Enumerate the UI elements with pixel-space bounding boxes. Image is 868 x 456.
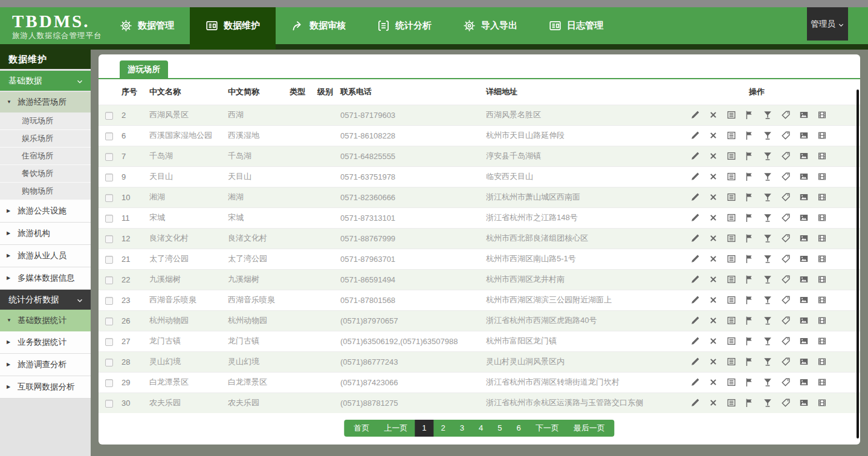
- sidebar-item-旅游机构[interactable]: ▶ 旅游机构: [0, 223, 91, 245]
- edit-icon[interactable]: [690, 172, 700, 181]
- edit-icon[interactable]: [690, 254, 700, 264]
- filter-icon[interactable]: [763, 377, 772, 387]
- detail-icon[interactable]: [727, 192, 736, 202]
- filter-icon[interactable]: [763, 110, 772, 120]
- tag-icon[interactable]: [781, 275, 791, 284]
- tag-icon[interactable]: [781, 131, 791, 140]
- sidebar-item-旅游调查分析[interactable]: ▶ 旅游调查分析: [0, 354, 91, 376]
- delete-icon[interactable]: [708, 151, 718, 161]
- filter-icon[interactable]: [763, 213, 772, 223]
- pagination-item-6[interactable]: 6: [509, 420, 528, 437]
- image-icon[interactable]: [799, 336, 809, 346]
- film-icon[interactable]: [817, 316, 827, 325]
- edit-icon[interactable]: [690, 110, 700, 120]
- image-icon[interactable]: [799, 233, 809, 243]
- film-icon[interactable]: [817, 131, 827, 140]
- detail-icon[interactable]: [727, 398, 736, 408]
- image-icon[interactable]: [799, 131, 809, 140]
- flag-icon[interactable]: [745, 254, 754, 264]
- edit-icon[interactable]: [690, 316, 700, 325]
- edit-icon[interactable]: [690, 357, 700, 366]
- delete-icon[interactable]: [708, 110, 718, 120]
- filter-icon[interactable]: [763, 233, 772, 243]
- film-icon[interactable]: [817, 172, 827, 181]
- sidebar-item-基础数据统计[interactable]: ▼ 基础数据统计: [0, 310, 91, 331]
- flag-icon[interactable]: [745, 233, 754, 243]
- flag-icon[interactable]: [745, 110, 754, 120]
- filter-icon[interactable]: [763, 398, 772, 408]
- nav-item-导入导出[interactable]: 导入导出: [447, 7, 533, 44]
- row-checkbox[interactable]: [105, 276, 113, 284]
- row-checkbox[interactable]: [105, 215, 113, 223]
- sidebar-item-住宿场所[interactable]: 住宿场所: [0, 148, 91, 165]
- image-icon[interactable]: [799, 254, 809, 264]
- row-checkbox[interactable]: [105, 338, 113, 346]
- film-icon[interactable]: [817, 151, 827, 161]
- delete-icon[interactable]: [708, 213, 718, 223]
- image-icon[interactable]: [799, 295, 809, 305]
- sidebar-item-业务数据统计[interactable]: ▶ 业务数据统计: [0, 331, 91, 354]
- tab-active[interactable]: 游玩场所: [120, 60, 168, 78]
- tag-icon[interactable]: [781, 213, 791, 223]
- sidebar-item-娱乐场所[interactable]: 娱乐场所: [0, 130, 91, 148]
- edit-icon[interactable]: [690, 336, 700, 346]
- edit-icon[interactable]: [690, 275, 700, 284]
- pagination-item-3[interactable]: 3: [453, 420, 471, 437]
- image-icon[interactable]: [799, 151, 809, 161]
- sidebar-item-旅游经营场所[interactable]: ▼ 旅游经营场所: [0, 92, 91, 112]
- edit-icon[interactable]: [690, 398, 700, 408]
- flag-icon[interactable]: [745, 295, 754, 305]
- tag-icon[interactable]: [781, 398, 791, 408]
- nav-item-数据维护[interactable]: 数据维护: [190, 7, 276, 50]
- nav-item-日志管理[interactable]: 日志管理: [533, 7, 619, 44]
- film-icon[interactable]: [817, 213, 827, 223]
- row-checkbox[interactable]: [105, 194, 113, 202]
- row-checkbox[interactable]: [105, 318, 113, 325]
- film-icon[interactable]: [817, 275, 827, 284]
- pagination-item-最后一页[interactable]: 最后一页: [566, 420, 615, 437]
- flag-icon[interactable]: [745, 275, 754, 284]
- tag-icon[interactable]: [781, 377, 791, 387]
- image-icon[interactable]: [799, 192, 809, 202]
- delete-icon[interactable]: [708, 357, 718, 366]
- nav-item-数据管理[interactable]: 数据管理: [104, 7, 190, 44]
- detail-icon[interactable]: [727, 377, 736, 387]
- pagination-item-4[interactable]: 4: [471, 420, 490, 437]
- edit-icon[interactable]: [690, 131, 700, 140]
- detail-icon[interactable]: [727, 316, 736, 325]
- tag-icon[interactable]: [781, 110, 791, 120]
- edit-icon[interactable]: [690, 151, 700, 161]
- edit-icon[interactable]: [690, 192, 700, 202]
- delete-icon[interactable]: [708, 254, 718, 264]
- tag-icon[interactable]: [781, 357, 791, 366]
- sidebar-item-基础数据[interactable]: 基础数据: [0, 71, 91, 91]
- sidebar-item-互联网数据分析[interactable]: ▶ 互联网数据分析: [0, 376, 91, 399]
- flag-icon[interactable]: [745, 377, 754, 387]
- detail-icon[interactable]: [727, 336, 736, 346]
- delete-icon[interactable]: [708, 295, 718, 305]
- row-checkbox[interactable]: [105, 256, 113, 264]
- film-icon[interactable]: [817, 398, 827, 408]
- delete-icon[interactable]: [708, 336, 718, 346]
- edit-icon[interactable]: [690, 233, 700, 243]
- pagination-item-下一页[interactable]: 下一页: [528, 420, 566, 437]
- flag-icon[interactable]: [745, 131, 754, 140]
- vertical-scrollbar[interactable]: [857, 90, 859, 438]
- edit-icon[interactable]: [690, 295, 700, 305]
- film-icon[interactable]: [817, 254, 827, 264]
- image-icon[interactable]: [799, 357, 809, 366]
- pagination-item-首页[interactable]: 首页: [344, 420, 377, 437]
- sidebar-item-旅游公共设施[interactable]: ▶ 旅游公共设施: [0, 200, 91, 223]
- filter-icon[interactable]: [763, 275, 772, 284]
- filter-icon[interactable]: [763, 131, 772, 140]
- row-checkbox[interactable]: [105, 174, 113, 181]
- nav-item-统计分析[interactable]: 统计分析: [361, 7, 447, 44]
- image-icon[interactable]: [799, 377, 809, 387]
- row-checkbox[interactable]: [105, 297, 113, 305]
- row-checkbox[interactable]: [105, 359, 113, 366]
- detail-icon[interactable]: [727, 110, 736, 120]
- image-icon[interactable]: [799, 398, 809, 408]
- image-icon[interactable]: [799, 316, 809, 325]
- tag-icon[interactable]: [781, 336, 791, 346]
- row-checkbox[interactable]: [105, 400, 113, 408]
